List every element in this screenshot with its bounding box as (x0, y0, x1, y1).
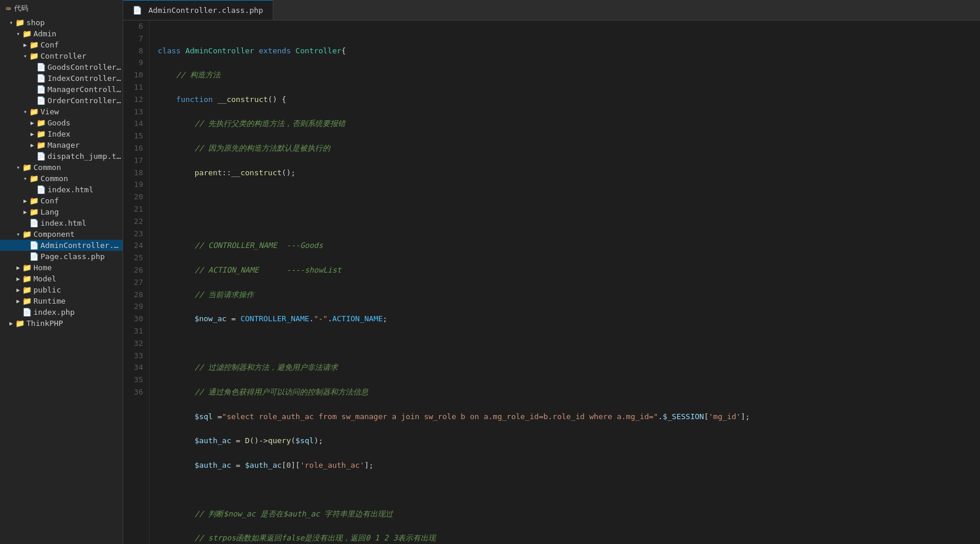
tree-arrow-shop: ▾ (7, 19, 15, 26)
tree-item-index-html-inner[interactable]: 📄 index.html (0, 184, 123, 195)
tree-arrow-controller: ▾ (21, 53, 29, 59)
tree-arrow-common-inner: ▾ (21, 175, 29, 182)
tree-item-common-inner[interactable]: ▾ 📁 Common (0, 173, 123, 184)
tree-item-thinkphp[interactable]: ▶ 📁 ThinkPHP (0, 318, 123, 329)
code-view[interactable]: 6 7 8 9 10 11 12 13 14 15 16 17 18 19 20… (123, 21, 980, 544)
tree-label-public: public (33, 285, 61, 294)
tree-label-runtime: Runtime (33, 297, 66, 305)
tree-arrow-runtime: ▶ (14, 298, 22, 304)
tree-label-manager-view: Manager (48, 141, 80, 149)
tree-item-goodscontroller[interactable]: 📄 GoodsController.class.p (0, 62, 123, 73)
code-content[interactable]: class AdminController extends Controller… (150, 21, 980, 544)
folder-icon-common-inner: 📁 (29, 174, 39, 183)
folder-icon-goods-view: 📁 (36, 118, 46, 127)
tree-label-admin: Admin (33, 29, 56, 38)
line-numbers: 6 7 8 9 10 11 12 13 14 15 16 17 18 19 20… (123, 21, 150, 544)
tree-item-dispatch[interactable]: 📄 dispatch_jump.tpl (0, 151, 123, 162)
file-icon-admincontroller: 📄 (29, 241, 39, 250)
tree-label-goodscontroller: GoodsController.class.p (48, 63, 123, 72)
tree-item-conf-common[interactable]: ▶ 📁 Conf (0, 195, 123, 206)
folder-icon-home: 📁 (22, 263, 32, 272)
tree-item-ordercontroller[interactable]: 📄 OrderController.class.ph (0, 95, 123, 106)
sidebar-icon: ⌨ (6, 4, 11, 13)
tab-label: AdminController.class.php (148, 6, 263, 15)
tree-arrow-thinkphp: ▶ (7, 320, 15, 327)
tree-label-component: Component (33, 230, 74, 239)
tree-item-controller[interactable]: ▾ 📁 Controller (0, 50, 123, 62)
folder-icon-public: 📁 (22, 285, 32, 294)
tree-label-view: View (40, 107, 59, 116)
file-icon-ordercontroller: 📄 (36, 96, 46, 105)
folder-icon-thinkphp: 📁 (15, 319, 25, 328)
tree-arrow-component: ▾ (14, 231, 22, 237)
tree-label-index-html-inner: index.html (48, 185, 93, 194)
tree-label-controller: Controller (40, 52, 86, 60)
tree-item-index-view[interactable]: ▶ 📁 Index (0, 128, 123, 140)
folder-icon-lang: 📁 (29, 208, 39, 216)
tree-label-common-root: Common (33, 163, 61, 172)
tree-label-goods-view: Goods (48, 118, 70, 127)
tree-item-admincontroller[interactable]: 📄 AdminController.class.php (0, 240, 123, 251)
tree-label-index-view: Index (48, 130, 70, 138)
tree-item-home[interactable]: ▶ 📁 Home (0, 262, 123, 273)
tree-label-page-class: Page.class.php (40, 252, 105, 261)
tree-arrow-common-root: ▾ (14, 164, 22, 171)
tree-item-conf-admin[interactable]: ▶ 📁 Conf (0, 39, 123, 50)
tree-arrow-home: ▶ (14, 264, 22, 271)
file-icon-dispatch: 📄 (36, 152, 46, 161)
tree-label-index-html-common: index.html (40, 219, 86, 227)
tree-arrow-conf-admin: ▶ (21, 42, 29, 48)
file-explorer[interactable]: ⌨ 代码 ▾ 📁 shop ▾ 📁 Admin ▶ 📁 Conf ▾ 📁 (0, 0, 123, 544)
folder-icon-model: 📁 (22, 274, 32, 283)
tree-item-managercontroller[interactable]: 📄 ManagerController.class (0, 84, 123, 95)
tree-arrow-admin: ▾ (14, 30, 22, 37)
tree-item-index-html-common[interactable]: 📄 index.html (0, 217, 123, 229)
file-icon-managercontroller: 📄 (36, 85, 46, 94)
file-icon-page-class: 📄 (29, 252, 39, 261)
folder-icon-conf-common: 📁 (29, 196, 39, 205)
tree-label-home: Home (33, 263, 52, 272)
folder-icon-index-view: 📁 (36, 130, 46, 138)
tree-arrow-public: ▶ (14, 287, 22, 293)
folder-icon-component: 📁 (22, 230, 32, 239)
tree-item-runtime[interactable]: ▶ 📁 Runtime (0, 295, 123, 307)
tab-file-icon: 📄 (133, 6, 142, 15)
tree-item-common-root[interactable]: ▾ 📁 Common (0, 162, 123, 173)
tree-item-public[interactable]: ▶ 📁 public (0, 284, 123, 295)
tree-item-goods-view[interactable]: ▶ 📁 Goods (0, 117, 123, 128)
tree-item-page-class[interactable]: 📄 Page.class.php (0, 251, 123, 262)
tree-label-thinkphp: ThinkPHP (26, 319, 63, 328)
tree-item-lang[interactable]: ▶ 📁 Lang (0, 206, 123, 217)
tree-label-conf-admin: Conf (40, 40, 59, 49)
folder-icon-admin: 📁 (22, 29, 32, 38)
tree-item-indexcontroller[interactable]: 📄 IndexController.class.ph (0, 73, 123, 84)
tree-item-admin[interactable]: ▾ 📁 Admin (0, 28, 123, 39)
tree-item-view[interactable]: ▾ 📁 View (0, 106, 123, 117)
tree-label-indexcontroller: IndexController.class.ph (48, 74, 123, 83)
folder-icon-shop: 📁 (15, 18, 25, 27)
tree-item-component[interactable]: ▾ 📁 Component (0, 229, 123, 240)
tree-label-common-inner: Common (40, 174, 68, 183)
tree-label-shop: shop (26, 18, 45, 27)
file-icon-indexcontroller: 📄 (36, 74, 46, 83)
sidebar-header: ⌨ 代码 (0, 0, 123, 17)
folder-icon-controller: 📁 (29, 52, 39, 60)
file-icon-goodscontroller: 📄 (36, 63, 46, 72)
file-tree: ▾ 📁 shop ▾ 📁 Admin ▶ 📁 Conf ▾ 📁 Controll… (0, 17, 123, 329)
tree-label-dispatch: dispatch_jump.tpl (48, 152, 123, 161)
tree-item-shop[interactable]: ▾ 📁 shop (0, 17, 123, 28)
tab-bar: 📄 AdminController.class.php (123, 0, 980, 21)
tree-label-admincontroller: AdminController.class.php (40, 241, 123, 250)
tree-arrow-model: ▶ (14, 276, 22, 282)
file-icon-index-php: 📄 (22, 308, 32, 317)
tree-item-model[interactable]: ▶ 📁 Model (0, 273, 123, 284)
editor-area: 📄 AdminController.class.php 6 7 8 9 10 1… (123, 0, 980, 544)
tree-item-manager-view[interactable]: ▶ 📁 Manager (0, 140, 123, 151)
tree-arrow-goods-view: ▶ (28, 120, 36, 126)
tree-arrow-manager-view: ▶ (28, 142, 36, 148)
tree-label-conf-common: Conf (40, 196, 59, 205)
folder-icon-manager-view: 📁 (36, 141, 46, 149)
file-icon-index-html-inner: 📄 (36, 185, 46, 194)
tree-item-index-php[interactable]: 📄 index.php (0, 307, 123, 318)
tab-admincontroller[interactable]: 📄 AdminController.class.php (123, 0, 273, 20)
